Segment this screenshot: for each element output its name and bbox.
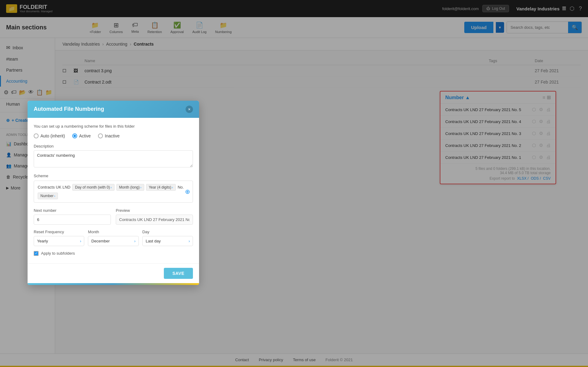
radio-inactive[interactable]: Inactive bbox=[98, 133, 119, 138]
next-number-input[interactable] bbox=[34, 215, 111, 225]
save-button[interactable]: SAVE bbox=[164, 268, 193, 279]
apply-subfolders-checkbox[interactable]: ✓ bbox=[34, 251, 39, 256]
apply-subfolders-label: Apply to subfolders bbox=[41, 251, 75, 256]
month-label: Month bbox=[88, 230, 138, 234]
modal-close-button[interactable]: × bbox=[186, 106, 193, 113]
radio-group: Auto (inherit) Active Inactive bbox=[34, 133, 193, 138]
reset-frequency-field: Reset Frequency Yearly › bbox=[34, 230, 84, 246]
modal-title: Automated File Numbering bbox=[34, 106, 104, 112]
day-label: Day bbox=[142, 230, 193, 234]
description-textarea[interactable]: Contracts' numbering bbox=[34, 150, 193, 167]
reset-frequency-value: Yearly bbox=[37, 239, 48, 243]
day-select-wrapper: Last day › bbox=[142, 236, 193, 246]
radio-active-label: Active bbox=[79, 133, 91, 138]
modal-header: Automated File Numbering × bbox=[28, 101, 199, 118]
scheme-box: Contracts UK LND Day of month (with 0)› … bbox=[34, 181, 193, 203]
scheme-no-text: No. bbox=[178, 185, 184, 189]
radio-inactive-circle bbox=[98, 133, 103, 138]
next-number-field: Next number bbox=[34, 208, 111, 225]
scheme-tag-month[interactable]: Month (long)› bbox=[116, 184, 144, 191]
month-select[interactable]: December bbox=[88, 236, 138, 246]
scheme-tag-year[interactable]: Year (4 digits)› bbox=[146, 184, 176, 191]
reset-frequency-select[interactable]: Yearly bbox=[34, 236, 84, 246]
reset-frequency-row: Reset Frequency Yearly › Month December bbox=[34, 230, 193, 246]
scheme-tag-number[interactable]: Number› bbox=[38, 193, 58, 199]
preview-label: Preview bbox=[116, 208, 193, 213]
radio-active-dot bbox=[74, 135, 76, 137]
scheme-tag-day[interactable]: Day of month (with 0)› bbox=[72, 184, 115, 191]
radio-auto-label: Auto (inherit) bbox=[40, 133, 65, 138]
radio-inactive-label: Inactive bbox=[105, 133, 119, 138]
apply-subfolders-row: ✓ Apply to subfolders bbox=[34, 251, 193, 256]
modal-description: You can set up a numbering scheme for fi… bbox=[34, 124, 193, 129]
description-label: Description bbox=[34, 144, 193, 148]
day-value: Last day bbox=[146, 239, 161, 243]
modal-overlay: Automated File Numbering × You can set u… bbox=[0, 0, 588, 367]
radio-auto-circle bbox=[34, 133, 39, 138]
reset-frequency-label: Reset Frequency bbox=[34, 230, 84, 234]
preview-input bbox=[116, 215, 193, 225]
radio-active[interactable]: Active bbox=[72, 133, 91, 138]
modal-body: You can set up a numbering scheme for fi… bbox=[28, 118, 199, 263]
preview-field: Preview bbox=[116, 208, 193, 225]
reset-frequency-select-wrapper: Yearly › bbox=[34, 236, 84, 246]
month-field: Month December › bbox=[88, 230, 138, 246]
scheme-add-button[interactable]: ⊕ bbox=[185, 188, 190, 195]
next-number-label: Next number bbox=[34, 208, 111, 213]
modal-footer: SAVE bbox=[28, 263, 199, 283]
radio-active-circle bbox=[72, 133, 77, 138]
month-value: December bbox=[91, 239, 110, 243]
scheme-label: Scheme bbox=[34, 174, 193, 178]
scheme-static-text: Contracts UK LND bbox=[38, 185, 70, 189]
day-select[interactable]: Last day bbox=[142, 236, 193, 246]
next-number-preview-row: Next number Preview bbox=[34, 208, 193, 225]
day-field: Day Last day › bbox=[142, 230, 193, 246]
modal-bottom-bar bbox=[28, 283, 199, 285]
month-select-wrapper: December › bbox=[88, 236, 138, 246]
radio-auto[interactable]: Auto (inherit) bbox=[34, 133, 65, 138]
automated-numbering-modal: Automated File Numbering × You can set u… bbox=[28, 101, 199, 285]
